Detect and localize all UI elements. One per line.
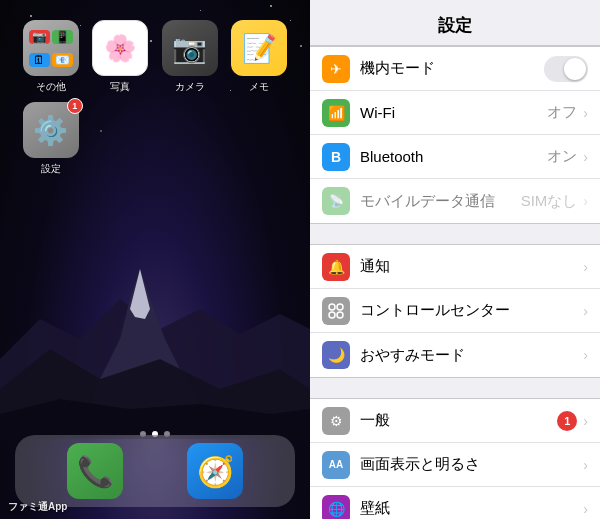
notification-label: 通知	[360, 257, 583, 276]
mobile-data-row[interactable]: 📡 モバイルデータ通信 SIMなし ›	[310, 179, 600, 223]
dock-phone[interactable]: 📞	[67, 443, 123, 499]
notifications-group: 🔔 通知 › コントロールセンター ›	[310, 244, 600, 378]
control-center-chevron: ›	[583, 303, 588, 319]
airplane-label: 機内モード	[360, 59, 538, 78]
dnd-row[interactable]: 🌙 おやすみモード ›	[310, 333, 600, 377]
general-label: 一般	[360, 411, 557, 430]
app-camera[interactable]: 📷 カメラ	[159, 20, 221, 94]
general-badge: 1	[557, 411, 577, 431]
svg-point-6	[337, 304, 343, 310]
camera-icon: 📷	[172, 32, 207, 65]
memo-icon: 📝	[242, 32, 277, 65]
phone-icon: 📞	[77, 454, 114, 489]
bluetooth-value: オン	[547, 147, 577, 166]
general-row[interactable]: ⚙ 一般 1 ›	[310, 399, 600, 443]
bluetooth-label: Bluetooth	[360, 148, 547, 165]
mobile-data-icon: 📡	[322, 187, 350, 215]
general-chevron: ›	[583, 413, 588, 429]
svg-point-8	[337, 312, 343, 318]
wifi-chevron: ›	[583, 105, 588, 121]
control-center-label: コントロールセンター	[360, 301, 583, 320]
mobile-data-chevron: ›	[583, 193, 588, 209]
display-icon: AA	[322, 451, 350, 479]
notification-chevron: ›	[583, 259, 588, 275]
airplane-toggle[interactable]	[544, 56, 588, 82]
mobile-data-value: SIMなし	[521, 192, 578, 211]
app-photos[interactable]: 🌸 写真	[90, 20, 152, 94]
wallpaper-label: 壁紙	[360, 499, 583, 518]
notification-icon: 🔔	[322, 253, 350, 281]
app-label-camera: カメラ	[175, 80, 205, 94]
svg-point-5	[329, 304, 335, 310]
wallpaper-icon: 🌐	[322, 495, 350, 520]
safari-icon: 🧭	[197, 454, 234, 489]
settings-title: 設定	[310, 0, 600, 46]
app-label-photos: 写真	[110, 80, 130, 94]
control-center-icon	[322, 297, 350, 325]
svg-point-7	[329, 312, 335, 318]
connectivity-group: ✈ 機内モード 📶 Wi-Fi オフ › B	[310, 46, 600, 224]
wifi-value: オフ	[547, 103, 577, 122]
settings-list: ✈ 機内モード 📶 Wi-Fi オフ › B	[310, 46, 600, 519]
settings-badge: 1	[67, 98, 83, 114]
photos-icon: 🌸	[104, 33, 136, 64]
notification-row[interactable]: 🔔 通知 ›	[310, 245, 600, 289]
app-settings[interactable]: ⚙️ 1 設定	[20, 102, 82, 176]
app-label-sonotagumi: その他	[36, 80, 66, 94]
wifi-icon: 📶	[322, 99, 350, 127]
app-label-settings: 設定	[41, 162, 61, 176]
mobile-data-label: モバイルデータ通信	[360, 192, 521, 211]
settings-panel: 設定 ✈ 機内モード 📶 Wi-Fi オフ ›	[310, 0, 600, 519]
wifi-row[interactable]: 📶 Wi-Fi オフ ›	[310, 91, 600, 135]
home-screen: 📷 📱 🗓 📧 その他 🌸 写真 📷 カメラ	[0, 0, 310, 519]
display-chevron: ›	[583, 457, 588, 473]
app-sonotagumi[interactable]: 📷 📱 🗓 📧 その他	[20, 20, 82, 94]
display-label: 画面表示と明るさ	[360, 455, 583, 474]
settings-app-icon: ⚙️	[33, 114, 68, 147]
general-icon: ⚙	[322, 407, 350, 435]
mountain-silhouette	[0, 239, 310, 439]
bluetooth-icon: B	[322, 143, 350, 171]
watermark: ファミ通App	[8, 500, 67, 514]
airplane-icon: ✈	[322, 55, 350, 83]
airplane-mode-row[interactable]: ✈ 機内モード	[310, 47, 600, 91]
dnd-chevron: ›	[583, 347, 588, 363]
app-grid: 📷 📱 🗓 📧 その他 🌸 写真 📷 カメラ	[10, 10, 300, 186]
general-group: ⚙ 一般 1 › AA 画面表示と明るさ › 🌐 壁紙 ›	[310, 398, 600, 519]
wifi-label: Wi-Fi	[360, 104, 547, 121]
dock-safari[interactable]: 🧭	[187, 443, 243, 499]
dnd-icon: 🌙	[322, 341, 350, 369]
display-row[interactable]: AA 画面表示と明るさ ›	[310, 443, 600, 487]
wallpaper-row[interactable]: 🌐 壁紙 ›	[310, 487, 600, 519]
control-center-row[interactable]: コントロールセンター ›	[310, 289, 600, 333]
app-label-memo: メモ	[249, 80, 269, 94]
bluetooth-chevron: ›	[583, 149, 588, 165]
wallpaper-chevron: ›	[583, 501, 588, 517]
dock: 📞 🧭	[15, 435, 295, 507]
app-memo[interactable]: 📝 メモ	[229, 20, 291, 94]
dnd-label: おやすみモード	[360, 346, 583, 365]
bluetooth-row[interactable]: B Bluetooth オン ›	[310, 135, 600, 179]
